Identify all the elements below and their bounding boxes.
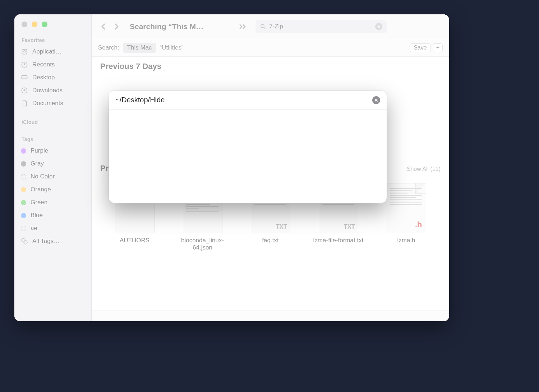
save-search-button[interactable]: Save <box>410 43 430 52</box>
file-name: lzma-file-format.txt <box>313 237 364 244</box>
path-bar <box>92 311 449 321</box>
group-header-7days: Previous 7 Days <box>92 57 449 74</box>
sidebar-item-label: Documents <box>32 100 63 107</box>
desktop-icon <box>21 74 28 81</box>
sidebar-tag-all[interactable]: All Tags… <box>14 235 91 248</box>
tag-dot-icon <box>21 200 26 205</box>
popup-body <box>109 109 387 203</box>
sidebar-item-label: Gray <box>31 160 44 167</box>
sidebar-tag-blue[interactable]: Blue <box>14 209 91 222</box>
svg-point-6 <box>261 24 264 28</box>
sidebar-item-label: All Tags… <box>32 238 60 245</box>
finder-window: Favorites Applicati… Recents Desktop <box>14 14 449 321</box>
sidebar-item-label: Blue <box>31 212 43 219</box>
sidebar-item-documents[interactable]: Documents <box>14 97 91 110</box>
tag-dot-icon <box>21 174 26 179</box>
sidebar-tag-green[interactable]: Green <box>14 196 91 209</box>
traffic-lights <box>22 22 91 27</box>
file-type-badge: .h <box>415 220 422 229</box>
file-name: bioconda_linux-64.json <box>172 237 233 251</box>
search-scope-bar: Search: This Mac “Utilities” Save + <box>92 39 449 57</box>
sidebar-item-label: Recents <box>32 61 55 68</box>
forward-button[interactable] <box>110 20 123 33</box>
sidebar-item-applications[interactable]: Applicati… <box>14 45 91 58</box>
file-type-badge: TXT <box>344 224 355 230</box>
sidebar-item-label: No Color <box>31 173 55 180</box>
tag-dot-icon <box>21 187 26 192</box>
nav-buttons <box>97 20 123 33</box>
clear-path-button[interactable]: ✕ <box>372 96 380 104</box>
sidebar: Favorites Applicati… Recents Desktop <box>14 14 92 321</box>
sidebar-item-label: Orange <box>31 186 51 193</box>
zoom-window-button[interactable] <box>42 22 47 27</box>
sidebar-tag-nocolor[interactable]: No Color <box>14 170 91 183</box>
window-title: Searching “This M… <box>130 22 230 31</box>
search-field[interactable]: ✕ <box>255 20 387 33</box>
sidebar-tag-orange[interactable]: Orange <box>14 183 91 196</box>
tag-dot-icon <box>21 213 26 218</box>
file-name: faq.txt <box>262 237 278 244</box>
clock-icon <box>21 61 28 68</box>
search-scope-label: Search: <box>98 44 119 51</box>
tag-dot-icon <box>21 148 26 154</box>
sidebar-section-icloud: iCloud <box>14 118 91 127</box>
svg-point-5 <box>24 241 27 244</box>
all-tags-icon <box>21 238 28 245</box>
toolbar-overflow-button[interactable] <box>234 24 252 29</box>
svg-point-4 <box>22 238 25 242</box>
sidebar-item-label: Applicati… <box>32 48 61 55</box>
back-button[interactable] <box>97 20 110 33</box>
show-all-button[interactable]: Show All (11) <box>407 166 441 172</box>
sidebar-item-label: Desktop <box>32 74 55 81</box>
tag-dot-icon <box>21 161 26 167</box>
popup-header: ~/Desktop/Hide ✕ <box>109 91 387 109</box>
tag-dot-icon <box>21 226 26 231</box>
document-icon <box>21 100 28 107</box>
sidebar-item-recents[interactable]: Recents <box>14 58 91 71</box>
clear-search-button[interactable]: ✕ <box>375 23 382 30</box>
file-icon: .h <box>387 183 426 233</box>
sidebar-item-label: ae <box>31 225 37 232</box>
sidebar-item-label: Purple <box>31 147 48 154</box>
toolbar: Searching “This M… ✕ <box>92 14 449 39</box>
sidebar-tag-gray[interactable]: Gray <box>14 157 91 170</box>
sidebar-section-tags: Tags <box>14 135 91 144</box>
applications-icon <box>21 48 28 55</box>
download-icon <box>21 87 28 94</box>
sidebar-tag-ae[interactable]: ae <box>14 222 91 235</box>
search-input[interactable] <box>269 23 372 30</box>
scope-this-mac[interactable]: This Mac <box>123 43 156 53</box>
file-type-badge: TXT <box>276 224 287 230</box>
sidebar-item-label: Green <box>31 199 47 206</box>
sidebar-item-label: Downloads <box>32 87 63 94</box>
add-criteria-button[interactable]: + <box>433 43 443 52</box>
go-to-folder-sheet: ~/Desktop/Hide ✕ <box>109 91 387 203</box>
sidebar-section-favorites: Favorites <box>14 36 91 45</box>
scope-utilities[interactable]: “Utilities” <box>160 44 184 51</box>
search-icon <box>260 23 266 30</box>
file-name: lzma.h <box>397 237 415 244</box>
sidebar-item-downloads[interactable]: Downloads <box>14 84 91 97</box>
close-window-button[interactable] <box>22 22 27 27</box>
minimize-window-button[interactable] <box>32 22 37 27</box>
file-name: AUTHORS <box>120 237 149 244</box>
svg-rect-2 <box>22 75 27 79</box>
sidebar-tag-purple[interactable]: Purple <box>14 144 91 157</box>
path-input[interactable]: ~/Desktop/Hide <box>115 96 165 104</box>
sidebar-item-desktop[interactable]: Desktop <box>14 71 91 84</box>
